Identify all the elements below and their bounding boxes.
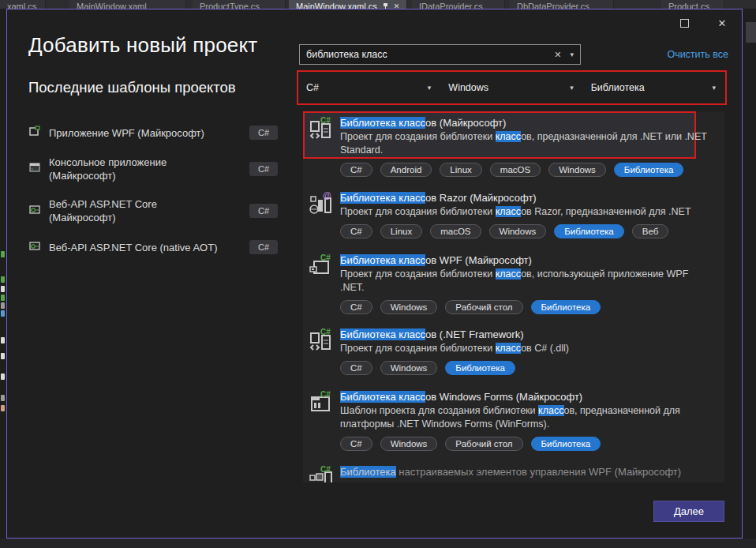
- editor-tab[interactable]: ProductType.cs: [193, 0, 286, 9]
- template-tag[interactable]: Windows: [380, 437, 438, 451]
- template-title: Библиотека настраиваемых элементов управ…: [340, 465, 724, 479]
- text-segment: ов C# (.dll): [521, 343, 569, 354]
- template-tag[interactable]: Windows: [489, 224, 547, 238]
- template-tag[interactable]: Windows: [380, 300, 438, 314]
- chevron-down-icon: ▾: [570, 84, 574, 92]
- editor-tab-label: MainWindow.xaml.cs: [296, 2, 377, 9]
- template-tag[interactable]: Windows: [548, 163, 606, 177]
- template-head: C# Библиотека классов (.NET Framework) П…: [303, 323, 724, 355]
- editor-scrollbar-fragment: [746, 22, 756, 43]
- template-tags: C#WindowsРабочий столБиблиотека: [340, 300, 724, 314]
- recent-template-label: Приложение WPF (Майкрософт): [49, 126, 216, 140]
- close-icon[interactable]: ✕: [394, 2, 400, 9]
- pin-icon[interactable]: [383, 2, 388, 9]
- search-dropdown-icon[interactable]: ▾: [568, 51, 580, 58]
- template-tag[interactable]: Библиотека: [445, 361, 515, 375]
- search-box: ✕ ▾: [299, 44, 581, 65]
- template-tag[interactable]: Windows: [380, 361, 438, 375]
- background-code-sliver: [1, 302, 5, 309]
- webapi-aot-icon: [28, 239, 41, 255]
- template-tags: C#WindowsРабочий столБиблиотека: [340, 437, 724, 451]
- template-tag[interactable]: C#: [340, 163, 372, 177]
- text-segment: Проект для создания библиотеки: [340, 343, 496, 354]
- template-tag[interactable]: Библиотека: [554, 224, 624, 238]
- recent-template-item[interactable]: >_ Консольное приложение(Майкрософт) C#: [28, 156, 278, 182]
- template-list-item[interactable]: C# Библиотека классов Windows Forms (Май…: [303, 385, 724, 451]
- editor-tab[interactable]: DbDataProvider.cs: [510, 0, 614, 9]
- editor-tab[interactable]: MainWindow.xaml.cs ✕: [289, 0, 407, 9]
- search-input[interactable]: [300, 49, 547, 60]
- clear-all-link[interactable]: Очистить все: [667, 49, 728, 60]
- next-button[interactable]: Далее: [653, 501, 724, 522]
- template-list-item[interactable]: C# Библиотека настраиваемых элементов уп…: [303, 460, 724, 479]
- editor-tab-label: IDataProvider.cs: [419, 2, 483, 9]
- svg-text:C#: C#: [320, 465, 331, 474]
- template-tag[interactable]: C#: [340, 361, 372, 375]
- maximize-button[interactable]: [676, 14, 693, 32]
- razor-lib-icon: @: [309, 191, 334, 216]
- editor-tab[interactable]: MainWindow.xaml: [69, 0, 186, 9]
- language-badge: C#: [249, 126, 278, 140]
- winforms-lib-icon: C#: [309, 390, 334, 415]
- language-filter-dropdown[interactable]: C# ▾: [298, 72, 440, 103]
- wpf-app-icon: [28, 125, 41, 141]
- template-tag[interactable]: Linux: [380, 224, 423, 238]
- template-list-item[interactable]: C# Библиотека классов (.NET Framework) П…: [303, 323, 724, 375]
- text-segment: ов (Майкрософт): [425, 117, 506, 129]
- template-tag[interactable]: Рабочий стол: [445, 300, 522, 314]
- template-tag[interactable]: Веб: [632, 224, 669, 238]
- maximize-icon: [680, 19, 689, 28]
- template-results-list: C# Библиотека классов (Майкрософт) Проек…: [303, 111, 724, 482]
- chevron-down-icon: ▾: [428, 84, 432, 92]
- recent-template-item[interactable]: Веб-API ASP.NET Core (native AOT) C#: [28, 239, 278, 255]
- template-tag[interactable]: C#: [340, 437, 372, 451]
- template-tag[interactable]: Linux: [440, 163, 482, 177]
- template-list-item[interactable]: C# Библиотека классов WPF (Майкрософт) П…: [303, 249, 724, 314]
- project-type-filter-dropdown[interactable]: Библиотека ▾: [583, 72, 725, 103]
- text-segment: ов Razor (Майкрософт): [425, 192, 537, 204]
- background-code-sliver: [1, 286, 5, 292]
- svg-text:C#: C#: [320, 116, 331, 125]
- editor-tab-label: MainWindow.xaml: [77, 2, 147, 9]
- editor-tab-label: DbDataProvider.cs: [517, 2, 589, 9]
- svg-text:@: @: [323, 191, 331, 200]
- search-match-highlight: класс: [538, 405, 564, 416]
- annotation-box-filters: C# ▾ Windows ▾ Библиотека ▾: [297, 70, 727, 105]
- background-bottom-strip: [0, 539, 756, 548]
- webapi-icon: [28, 203, 41, 219]
- search-match-highlight: Библиотека класс: [340, 117, 425, 129]
- background-code-sliver: [1, 251, 5, 257]
- editor-tab[interactable]: IDataProvider.cs: [412, 0, 505, 9]
- template-tag[interactable]: Android: [380, 163, 432, 177]
- template-description: Проект для создания библиотеки классов R…: [340, 205, 715, 219]
- editor-tab-bar: xaml.cs MainWindow.xaml ProductType.cs M…: [0, 0, 756, 9]
- platform-filter-dropdown[interactable]: Windows ▾: [440, 72, 582, 103]
- chevron-down-icon: ▾: [712, 84, 716, 92]
- search-match-highlight: класс: [496, 131, 522, 142]
- template-tags: C#AndroidLinuxmacOSWindowsБиблиотека: [340, 163, 724, 177]
- search-match-highlight: Библиотека: [340, 466, 396, 478]
- editor-tab[interactable]: xaml.cs: [0, 0, 46, 9]
- recent-template-item[interactable]: Веб-API ASP.NET Core(Майкрософт) C#: [28, 197, 278, 224]
- editor-tab-label: xaml.cs: [7, 2, 36, 9]
- template-tag[interactable]: macOS: [490, 163, 541, 177]
- recent-template-item[interactable]: Приложение WPF (Майкрософт) C#: [28, 125, 278, 141]
- template-tag[interactable]: Рабочий стол: [445, 437, 522, 451]
- text-segment: Проект для создания библиотеки: [340, 131, 496, 142]
- template-tag[interactable]: C#: [340, 300, 372, 314]
- template-tag[interactable]: C#: [340, 224, 372, 238]
- template-tag[interactable]: macOS: [430, 224, 481, 238]
- classlib-icon: C#: [309, 328, 334, 353]
- template-tag[interactable]: Библиотека: [531, 437, 601, 451]
- editor-tab-label: ProductType.cs: [200, 2, 260, 9]
- editor-tab[interactable]: Product.cs: [661, 0, 724, 9]
- template-title: Библиотека классов (Майкрософт): [340, 116, 724, 129]
- template-list-item[interactable]: @ Библиотека классов Razor (Майкрософт) …: [303, 186, 724, 238]
- search-match-highlight: Библиотека класс: [340, 328, 425, 340]
- background-code-sliver: [1, 276, 5, 283]
- template-tag[interactable]: Библиотека: [531, 300, 601, 314]
- close-button[interactable]: ✕: [713, 14, 731, 32]
- search-clear-icon[interactable]: ✕: [547, 50, 568, 60]
- template-list-item[interactable]: C# Библиотека классов (Майкрософт) Проек…: [303, 111, 724, 177]
- template-tag[interactable]: Библиотека: [614, 163, 684, 177]
